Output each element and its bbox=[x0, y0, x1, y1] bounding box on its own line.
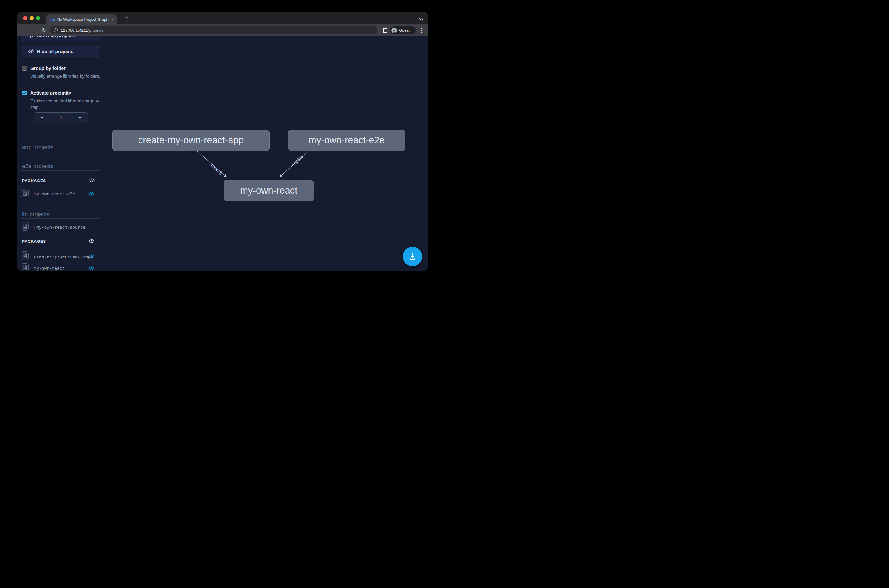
group-by-folder-description: Visually arrange libraries by folders. bbox=[30, 73, 105, 80]
tab-close-icon[interactable]: × bbox=[111, 17, 114, 22]
profile-button[interactable]: Guest bbox=[390, 26, 416, 34]
eye-off-icon bbox=[28, 49, 33, 54]
edge-create-my-own-react-app-to-my-own-react[interactable]: implicit bbox=[197, 151, 227, 177]
project-visibility-eye-icon[interactable] bbox=[89, 254, 95, 260]
focus-project-button[interactable] bbox=[21, 251, 29, 260]
file-search-icon bbox=[23, 265, 27, 270]
avatar bbox=[391, 28, 397, 33]
group-by-folder-checkbox[interactable] bbox=[22, 66, 27, 71]
packages-header: PACKAGES bbox=[22, 239, 46, 244]
reload-button[interactable]: ↻ bbox=[40, 24, 48, 36]
macos-close-button[interactable] bbox=[23, 16, 27, 20]
page-content: Show all projects Hide all projects Grou… bbox=[17, 36, 428, 271]
project-name[interactable]: my-own-react-e2e bbox=[34, 192, 75, 196]
proximity-decrement-button[interactable]: − bbox=[34, 112, 50, 123]
menu-kebab-icon[interactable]: ••• bbox=[419, 27, 424, 33]
project-name[interactable]: @my-own-react/source bbox=[34, 225, 86, 230]
group-heading-app-projects: app projects bbox=[22, 144, 54, 151]
focus-project-button[interactable] bbox=[21, 189, 29, 197]
eye-icon bbox=[28, 36, 33, 38]
graph-node-my-own-react-e2e[interactable]: my-own-react-e2e bbox=[288, 130, 405, 151]
show-all-projects-button[interactable]: Show all projects bbox=[22, 36, 99, 42]
forward-button[interactable]: → bbox=[30, 24, 38, 36]
project-visibility-eye-icon[interactable] bbox=[89, 192, 95, 197]
url-path: /projects bbox=[88, 28, 104, 33]
url-host: 127.0.0.1:4211 bbox=[61, 28, 88, 33]
edge-my-own-react-e2e-to-my-own-react[interactable]: implicit bbox=[280, 151, 308, 177]
toggle-all-packages-eye-icon[interactable] bbox=[89, 239, 95, 244]
project-name[interactable]: my-own-react bbox=[34, 266, 65, 271]
group-underline bbox=[21, 218, 100, 219]
group-heading-e2e-projects: e2e projects bbox=[22, 163, 54, 170]
macos-zoom-button[interactable] bbox=[36, 16, 40, 20]
browser-toolbar: ← → ↻ 127.0.0.1:4211/projects Guest ••• bbox=[17, 24, 428, 36]
browser-tab[interactable]: Nx Nx Workspace Project Graph × bbox=[46, 14, 117, 24]
site-info-icon[interactable] bbox=[53, 28, 58, 33]
proximity-stepper: − 1 + bbox=[34, 112, 88, 123]
graph-edges: implicit implicit bbox=[105, 36, 427, 271]
project-visibility-eye-icon[interactable] bbox=[89, 266, 95, 271]
proximity-value: 1 bbox=[50, 112, 72, 123]
focus-project-button[interactable] bbox=[21, 263, 29, 271]
url-text: 127.0.0.1:4211/projects bbox=[61, 28, 104, 33]
sidebar: Show all projects Hide all projects Grou… bbox=[17, 36, 105, 271]
graph-node-create-my-own-react-app[interactable]: create-my-own-react-app bbox=[112, 130, 270, 151]
edge-label: implicit bbox=[290, 154, 303, 167]
file-search-icon bbox=[23, 224, 27, 229]
hide-all-projects-label: Hide all projects bbox=[37, 49, 74, 54]
edge-label: implicit bbox=[210, 163, 223, 176]
file-search-icon bbox=[23, 253, 27, 258]
activate-proximity-checkbox[interactable] bbox=[22, 91, 27, 96]
chevron-down-icon[interactable] bbox=[419, 16, 423, 22]
group-underline bbox=[21, 152, 100, 152]
back-button[interactable]: ← bbox=[20, 24, 28, 36]
group-heading-lib-projects: lib projects bbox=[22, 211, 50, 218]
graph-node-my-own-react[interactable]: my-own-react bbox=[224, 180, 314, 201]
new-tab-button[interactable]: + bbox=[123, 14, 131, 22]
sidebar-divider bbox=[17, 132, 105, 132]
activate-proximity-label: Activate proximity bbox=[30, 90, 71, 96]
hide-all-projects-button[interactable]: Hide all projects bbox=[22, 46, 99, 57]
tab-strip: Nx Nx Workspace Project Graph × + bbox=[17, 12, 428, 24]
show-all-projects-label: Show all projects bbox=[37, 36, 75, 38]
project-name[interactable]: create-my-own-react-app bbox=[34, 254, 93, 259]
download-icon bbox=[408, 252, 417, 261]
profile-name: Guest bbox=[399, 28, 410, 33]
nx-favicon-icon: Nx bbox=[50, 17, 55, 22]
group-by-folder-label: Group by folder bbox=[30, 66, 66, 71]
packages-header: PACKAGES bbox=[22, 178, 46, 183]
graph-canvas[interactable]: implicit implicit create-my-own-react-ap… bbox=[105, 36, 428, 271]
file-search-icon bbox=[23, 190, 27, 196]
toggle-all-packages-eye-icon[interactable] bbox=[89, 178, 95, 184]
download-image-button[interactable] bbox=[403, 247, 422, 266]
browser-window: Nx Nx Workspace Project Graph × + ← → ↻ … bbox=[17, 12, 428, 271]
focus-project-button[interactable] bbox=[21, 222, 29, 231]
side-panel-icon[interactable] bbox=[383, 28, 387, 33]
proximity-increment-button[interactable]: + bbox=[72, 112, 87, 123]
tab-title: Nx Workspace Project Graph bbox=[57, 17, 109, 22]
activate-proximity-description: Explore connected libraries step by step… bbox=[30, 98, 105, 111]
address-bar[interactable]: 127.0.0.1:4211/projects bbox=[50, 26, 377, 34]
check-icon bbox=[23, 92, 26, 94]
macos-minimize-button[interactable] bbox=[30, 16, 33, 20]
